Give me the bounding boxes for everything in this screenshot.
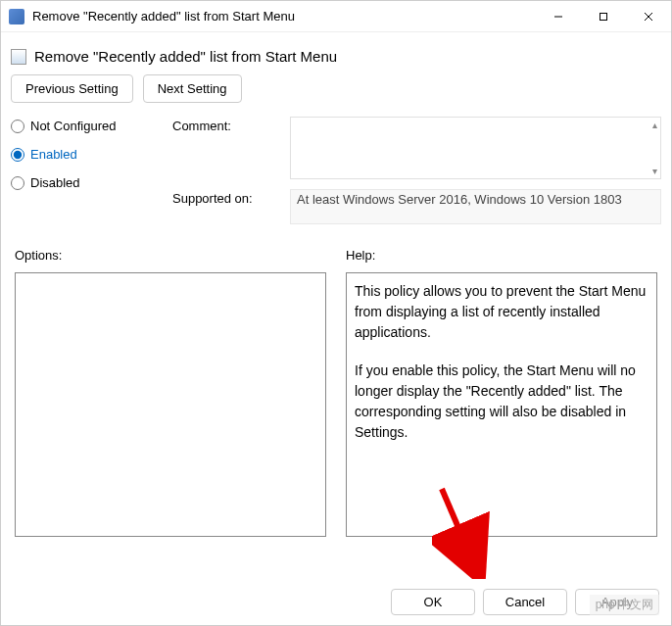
apply-button[interactable]: Apply bbox=[575, 589, 659, 615]
radio-enabled-input[interactable] bbox=[11, 148, 24, 162]
previous-setting-button[interactable]: Previous Setting bbox=[11, 74, 133, 103]
help-paragraph-2: If you enable this policy, the Start Men… bbox=[355, 361, 648, 443]
help-label: Help: bbox=[346, 244, 657, 263]
close-button[interactable] bbox=[626, 1, 671, 32]
next-setting-button[interactable]: Next Setting bbox=[143, 74, 242, 103]
cancel-button[interactable]: Cancel bbox=[483, 589, 567, 615]
help-panel: This policy allows you to prevent the St… bbox=[346, 272, 657, 537]
scroll-down-icon[interactable]: ▾ bbox=[652, 166, 657, 176]
maximize-button[interactable] bbox=[581, 1, 626, 32]
window-icon bbox=[9, 9, 24, 24]
titlebar: Remove "Recently added" list from Start … bbox=[1, 1, 671, 32]
nav-buttons: Previous Setting Next Setting bbox=[11, 74, 661, 103]
supported-on-label: Supported on: bbox=[172, 189, 280, 206]
comment-textarea[interactable]: ▴ ▾ bbox=[290, 117, 661, 179]
svg-rect-1 bbox=[600, 13, 607, 20]
comment-label: Comment: bbox=[172, 117, 280, 133]
dialog-footer: OK Cancel Apply bbox=[391, 589, 659, 615]
options-panel bbox=[15, 272, 326, 537]
supported-on-value: At least Windows Server 2016, Windows 10… bbox=[290, 189, 661, 224]
help-paragraph-1: This policy allows you to prevent the St… bbox=[355, 281, 648, 343]
radio-enabled-label: Enabled bbox=[30, 147, 77, 162]
policy-icon bbox=[11, 49, 26, 65]
radio-not-configured-label: Not Configured bbox=[30, 119, 116, 133]
radio-disabled-label: Disabled bbox=[30, 175, 80, 190]
window-controls bbox=[536, 1, 671, 32]
radio-not-configured-input[interactable] bbox=[11, 120, 24, 133]
radio-disabled-input[interactable] bbox=[11, 176, 24, 190]
scroll-up-icon[interactable]: ▴ bbox=[652, 120, 657, 130]
window-title: Remove "Recently added" list from Start … bbox=[32, 9, 536, 24]
radio-disabled[interactable]: Disabled bbox=[11, 175, 163, 190]
radio-enabled[interactable]: Enabled bbox=[11, 147, 163, 162]
options-label: Options: bbox=[15, 244, 326, 263]
policy-title: Remove "Recently added" list from Start … bbox=[34, 48, 337, 65]
policy-header: Remove "Recently added" list from Start … bbox=[11, 42, 661, 74]
minimize-button[interactable] bbox=[536, 1, 581, 32]
state-radio-group: Not Configured Enabled Disabled bbox=[11, 117, 163, 234]
ok-button[interactable]: OK bbox=[391, 589, 475, 615]
radio-not-configured[interactable]: Not Configured bbox=[11, 119, 163, 133]
